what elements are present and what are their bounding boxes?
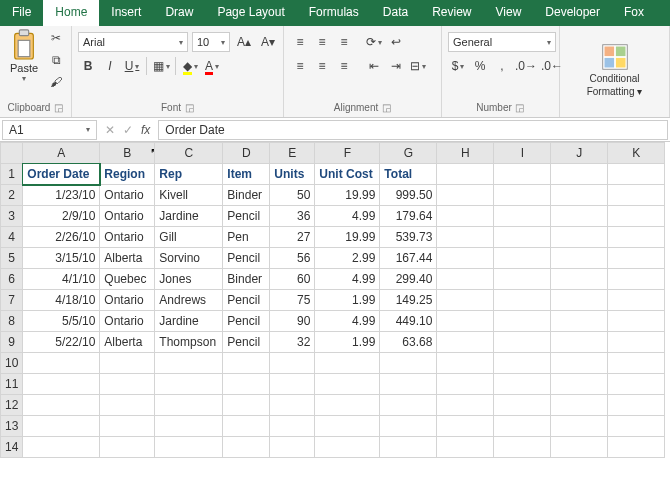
cell-I10[interactable]	[494, 353, 551, 374]
cell-K9[interactable]	[608, 332, 665, 353]
cell-F4[interactable]: 19.99	[315, 227, 380, 248]
cell-I3[interactable]	[494, 206, 551, 227]
cell-I14[interactable]	[494, 437, 551, 458]
cell-C8[interactable]: Jardine	[155, 311, 223, 332]
cell-C1[interactable]: Rep	[155, 164, 223, 185]
italic-button[interactable]: I	[100, 56, 120, 76]
tab-file[interactable]: File	[0, 0, 43, 26]
cell-A14[interactable]	[23, 437, 100, 458]
cell-C14[interactable]	[155, 437, 223, 458]
align-right-button[interactable]: ≡	[334, 56, 354, 76]
cell-I4[interactable]	[494, 227, 551, 248]
cell-A5[interactable]: 3/15/10	[23, 248, 100, 269]
cell-G12[interactable]	[380, 395, 437, 416]
cell-I12[interactable]	[494, 395, 551, 416]
font-size-select[interactable]: 10▾	[192, 32, 230, 52]
cell-K11[interactable]	[608, 374, 665, 395]
cell-D10[interactable]	[223, 353, 270, 374]
cell-D5[interactable]: Pencil	[223, 248, 270, 269]
cell-E11[interactable]	[270, 374, 315, 395]
cell-B2[interactable]: Ontario	[100, 185, 155, 206]
cell-H8[interactable]	[437, 311, 494, 332]
cell-F12[interactable]	[315, 395, 380, 416]
tab-foxit[interactable]: Fox	[612, 0, 656, 26]
cell-I1[interactable]	[494, 164, 551, 185]
orientation-button[interactable]: ⟳	[364, 32, 384, 52]
cell-A11[interactable]	[23, 374, 100, 395]
cell-J4[interactable]	[551, 227, 608, 248]
cell-G8[interactable]: 449.10	[380, 311, 437, 332]
cell-A10[interactable]	[23, 353, 100, 374]
font-color-button[interactable]: A	[202, 56, 222, 76]
fx-icon[interactable]: fx	[141, 123, 150, 137]
tab-review[interactable]: Review	[420, 0, 483, 26]
row-header-4[interactable]: 4	[1, 227, 23, 248]
number-format-select[interactable]: General▾	[448, 32, 556, 52]
cell-H4[interactable]	[437, 227, 494, 248]
col-header-D[interactable]: D	[223, 143, 270, 164]
fill-color-button[interactable]: ◆	[180, 56, 200, 76]
cell-K7[interactable]	[608, 290, 665, 311]
cell-J2[interactable]	[551, 185, 608, 206]
cell-B6[interactable]: Quebec	[100, 269, 155, 290]
accounting-format-button[interactable]: $	[448, 56, 468, 76]
cell-J7[interactable]	[551, 290, 608, 311]
row-header-1[interactable]: 1	[1, 164, 23, 185]
cell-E2[interactable]: 50	[270, 185, 315, 206]
merge-center-button[interactable]: ⊟	[408, 56, 428, 76]
align-left-button[interactable]: ≡	[290, 56, 310, 76]
tab-view[interactable]: View	[484, 0, 534, 26]
cell-J5[interactable]	[551, 248, 608, 269]
row-header-8[interactable]: 8	[1, 311, 23, 332]
cell-A12[interactable]	[23, 395, 100, 416]
cell-K5[interactable]	[608, 248, 665, 269]
tab-formulas[interactable]: Formulas	[297, 0, 371, 26]
cell-G13[interactable]	[380, 416, 437, 437]
col-header-C[interactable]: C	[155, 143, 223, 164]
cell-A9[interactable]: 5/22/10	[23, 332, 100, 353]
cell-G4[interactable]: 539.73	[380, 227, 437, 248]
decrease-indent-button[interactable]: ⇤	[364, 56, 384, 76]
tab-insert[interactable]: Insert	[99, 0, 153, 26]
cell-A4[interactable]: 2/26/10	[23, 227, 100, 248]
cell-A13[interactable]	[23, 416, 100, 437]
cell-K2[interactable]	[608, 185, 665, 206]
cell-E6[interactable]: 60	[270, 269, 315, 290]
cell-J13[interactable]	[551, 416, 608, 437]
cell-B14[interactable]	[100, 437, 155, 458]
cell-J10[interactable]	[551, 353, 608, 374]
cell-A7[interactable]: 4/18/10	[23, 290, 100, 311]
col-header-B[interactable]: B↖	[100, 143, 155, 164]
cell-H13[interactable]	[437, 416, 494, 437]
cell-D12[interactable]	[223, 395, 270, 416]
row-header-12[interactable]: 12	[1, 395, 23, 416]
format-painter-button[interactable]: 🖌	[46, 72, 66, 92]
col-header-H[interactable]: H	[437, 143, 494, 164]
row-header-3[interactable]: 3	[1, 206, 23, 227]
cell-B1[interactable]: Region	[100, 164, 155, 185]
cell-E14[interactable]	[270, 437, 315, 458]
col-header-I[interactable]: I	[494, 143, 551, 164]
increase-indent-button[interactable]: ⇥	[386, 56, 406, 76]
cell-E13[interactable]	[270, 416, 315, 437]
cell-C9[interactable]: Thompson	[155, 332, 223, 353]
cell-I6[interactable]	[494, 269, 551, 290]
cell-A1[interactable]: Order Date	[23, 164, 100, 185]
col-header-F[interactable]: F	[315, 143, 380, 164]
cell-I2[interactable]	[494, 185, 551, 206]
clipboard-dialog-icon[interactable]: ◲	[53, 103, 63, 113]
tab-developer[interactable]: Developer	[533, 0, 612, 26]
cell-B4[interactable]: Ontario	[100, 227, 155, 248]
copy-button[interactable]: ⧉	[46, 50, 66, 70]
cut-button[interactable]: ✂	[46, 28, 66, 48]
cell-C2[interactable]: Kivell	[155, 185, 223, 206]
cell-C7[interactable]: Andrews	[155, 290, 223, 311]
cell-D7[interactable]: Pencil	[223, 290, 270, 311]
cell-E10[interactable]	[270, 353, 315, 374]
font-name-select[interactable]: Arial▾	[78, 32, 188, 52]
enter-formula-icon[interactable]: ✓	[123, 123, 133, 137]
cell-G10[interactable]	[380, 353, 437, 374]
cell-E8[interactable]: 90	[270, 311, 315, 332]
cell-F1[interactable]: Unit Cost	[315, 164, 380, 185]
row-header-13[interactable]: 13	[1, 416, 23, 437]
